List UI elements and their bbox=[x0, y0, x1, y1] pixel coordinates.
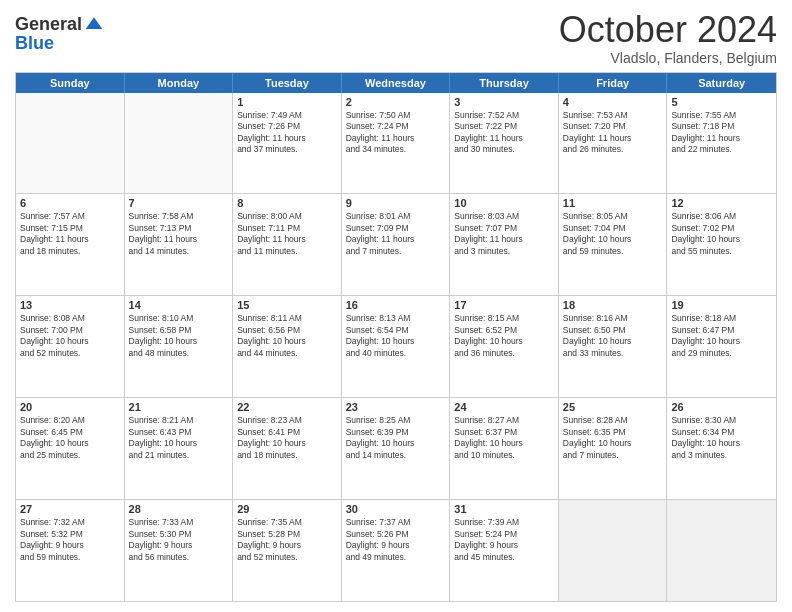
day-number: 3 bbox=[454, 96, 554, 108]
cell-content: Sunrise: 8:23 AM Sunset: 6:41 PM Dayligh… bbox=[237, 415, 337, 461]
day-number: 10 bbox=[454, 197, 554, 209]
cell-content: Sunrise: 7:39 AM Sunset: 5:24 PM Dayligh… bbox=[454, 517, 554, 563]
location: Vladslo, Flanders, Belgium bbox=[559, 50, 777, 66]
day-number: 24 bbox=[454, 401, 554, 413]
calendar-cell: 16Sunrise: 8:13 AM Sunset: 6:54 PM Dayli… bbox=[342, 296, 451, 397]
cell-content: Sunrise: 8:27 AM Sunset: 6:37 PM Dayligh… bbox=[454, 415, 554, 461]
day-number: 4 bbox=[563, 96, 663, 108]
cell-content: Sunrise: 8:15 AM Sunset: 6:52 PM Dayligh… bbox=[454, 313, 554, 359]
day-number: 13 bbox=[20, 299, 120, 311]
calendar-cell: 23Sunrise: 8:25 AM Sunset: 6:39 PM Dayli… bbox=[342, 398, 451, 499]
calendar-row-3: 20Sunrise: 8:20 AM Sunset: 6:45 PM Dayli… bbox=[16, 397, 776, 499]
day-number: 2 bbox=[346, 96, 446, 108]
cell-content: Sunrise: 7:33 AM Sunset: 5:30 PM Dayligh… bbox=[129, 517, 229, 563]
day-number: 12 bbox=[671, 197, 772, 209]
day-number: 28 bbox=[129, 503, 229, 515]
calendar-cell: 29Sunrise: 7:35 AM Sunset: 5:28 PM Dayli… bbox=[233, 500, 342, 601]
header-day-monday: Monday bbox=[125, 73, 234, 93]
cell-content: Sunrise: 8:20 AM Sunset: 6:45 PM Dayligh… bbox=[20, 415, 120, 461]
day-number: 6 bbox=[20, 197, 120, 209]
day-number: 15 bbox=[237, 299, 337, 311]
day-number: 29 bbox=[237, 503, 337, 515]
calendar-cell: 22Sunrise: 8:23 AM Sunset: 6:41 PM Dayli… bbox=[233, 398, 342, 499]
day-number: 23 bbox=[346, 401, 446, 413]
calendar-cell: 4Sunrise: 7:53 AM Sunset: 7:20 PM Daylig… bbox=[559, 93, 668, 194]
calendar-cell: 24Sunrise: 8:27 AM Sunset: 6:37 PM Dayli… bbox=[450, 398, 559, 499]
calendar-row-2: 13Sunrise: 8:08 AM Sunset: 7:00 PM Dayli… bbox=[16, 295, 776, 397]
day-number: 18 bbox=[563, 299, 663, 311]
day-number: 31 bbox=[454, 503, 554, 515]
cell-content: Sunrise: 8:11 AM Sunset: 6:56 PM Dayligh… bbox=[237, 313, 337, 359]
calendar: SundayMondayTuesdayWednesdayThursdayFrid… bbox=[15, 72, 777, 602]
cell-content: Sunrise: 7:32 AM Sunset: 5:32 PM Dayligh… bbox=[20, 517, 120, 563]
calendar-body: 1Sunrise: 7:49 AM Sunset: 7:26 PM Daylig… bbox=[16, 93, 776, 601]
page: General Blue October 2024 Vladslo, Fland… bbox=[0, 0, 792, 612]
day-number: 25 bbox=[563, 401, 663, 413]
month-title: October 2024 bbox=[559, 10, 777, 50]
header-day-friday: Friday bbox=[559, 73, 668, 93]
day-number: 7 bbox=[129, 197, 229, 209]
calendar-cell bbox=[667, 500, 776, 601]
day-number: 16 bbox=[346, 299, 446, 311]
cell-content: Sunrise: 7:35 AM Sunset: 5:28 PM Dayligh… bbox=[237, 517, 337, 563]
cell-content: Sunrise: 8:06 AM Sunset: 7:02 PM Dayligh… bbox=[671, 211, 772, 257]
logo-icon bbox=[84, 14, 104, 34]
calendar-cell: 31Sunrise: 7:39 AM Sunset: 5:24 PM Dayli… bbox=[450, 500, 559, 601]
cell-content: Sunrise: 7:37 AM Sunset: 5:26 PM Dayligh… bbox=[346, 517, 446, 563]
day-number: 11 bbox=[563, 197, 663, 209]
cell-content: Sunrise: 7:52 AM Sunset: 7:22 PM Dayligh… bbox=[454, 110, 554, 156]
calendar-header: SundayMondayTuesdayWednesdayThursdayFrid… bbox=[16, 73, 776, 93]
cell-content: Sunrise: 8:13 AM Sunset: 6:54 PM Dayligh… bbox=[346, 313, 446, 359]
day-number: 19 bbox=[671, 299, 772, 311]
day-number: 27 bbox=[20, 503, 120, 515]
calendar-cell: 11Sunrise: 8:05 AM Sunset: 7:04 PM Dayli… bbox=[559, 194, 668, 295]
header-day-wednesday: Wednesday bbox=[342, 73, 451, 93]
header: General Blue October 2024 Vladslo, Fland… bbox=[15, 10, 777, 66]
cell-content: Sunrise: 8:10 AM Sunset: 6:58 PM Dayligh… bbox=[129, 313, 229, 359]
header-day-tuesday: Tuesday bbox=[233, 73, 342, 93]
calendar-cell: 6Sunrise: 7:57 AM Sunset: 7:15 PM Daylig… bbox=[16, 194, 125, 295]
cell-content: Sunrise: 7:58 AM Sunset: 7:13 PM Dayligh… bbox=[129, 211, 229, 257]
cell-content: Sunrise: 7:55 AM Sunset: 7:18 PM Dayligh… bbox=[671, 110, 772, 156]
calendar-cell: 15Sunrise: 8:11 AM Sunset: 6:56 PM Dayli… bbox=[233, 296, 342, 397]
cell-content: Sunrise: 8:00 AM Sunset: 7:11 PM Dayligh… bbox=[237, 211, 337, 257]
calendar-cell: 27Sunrise: 7:32 AM Sunset: 5:32 PM Dayli… bbox=[16, 500, 125, 601]
calendar-cell: 28Sunrise: 7:33 AM Sunset: 5:30 PM Dayli… bbox=[125, 500, 234, 601]
day-number: 14 bbox=[129, 299, 229, 311]
day-number: 8 bbox=[237, 197, 337, 209]
calendar-cell: 26Sunrise: 8:30 AM Sunset: 6:34 PM Dayli… bbox=[667, 398, 776, 499]
cell-content: Sunrise: 8:03 AM Sunset: 7:07 PM Dayligh… bbox=[454, 211, 554, 257]
calendar-row-1: 6Sunrise: 7:57 AM Sunset: 7:15 PM Daylig… bbox=[16, 193, 776, 295]
calendar-cell: 18Sunrise: 8:16 AM Sunset: 6:50 PM Dayli… bbox=[559, 296, 668, 397]
calendar-cell: 12Sunrise: 8:06 AM Sunset: 7:02 PM Dayli… bbox=[667, 194, 776, 295]
day-number: 26 bbox=[671, 401, 772, 413]
cell-content: Sunrise: 7:57 AM Sunset: 7:15 PM Dayligh… bbox=[20, 211, 120, 257]
calendar-cell bbox=[125, 93, 234, 194]
cell-content: Sunrise: 8:18 AM Sunset: 6:47 PM Dayligh… bbox=[671, 313, 772, 359]
header-day-sunday: Sunday bbox=[16, 73, 125, 93]
calendar-cell: 10Sunrise: 8:03 AM Sunset: 7:07 PM Dayli… bbox=[450, 194, 559, 295]
calendar-row-4: 27Sunrise: 7:32 AM Sunset: 5:32 PM Dayli… bbox=[16, 499, 776, 601]
cell-content: Sunrise: 7:50 AM Sunset: 7:24 PM Dayligh… bbox=[346, 110, 446, 156]
day-number: 22 bbox=[237, 401, 337, 413]
calendar-cell: 25Sunrise: 8:28 AM Sunset: 6:35 PM Dayli… bbox=[559, 398, 668, 499]
svg-marker-0 bbox=[86, 17, 103, 29]
title-section: October 2024 Vladslo, Flanders, Belgium bbox=[559, 10, 777, 66]
calendar-row-0: 1Sunrise: 7:49 AM Sunset: 7:26 PM Daylig… bbox=[16, 93, 776, 194]
day-number: 17 bbox=[454, 299, 554, 311]
calendar-cell: 9Sunrise: 8:01 AM Sunset: 7:09 PM Daylig… bbox=[342, 194, 451, 295]
day-number: 21 bbox=[129, 401, 229, 413]
cell-content: Sunrise: 8:01 AM Sunset: 7:09 PM Dayligh… bbox=[346, 211, 446, 257]
day-number: 9 bbox=[346, 197, 446, 209]
calendar-cell: 1Sunrise: 7:49 AM Sunset: 7:26 PM Daylig… bbox=[233, 93, 342, 194]
calendar-cell: 2Sunrise: 7:50 AM Sunset: 7:24 PM Daylig… bbox=[342, 93, 451, 194]
header-day-thursday: Thursday bbox=[450, 73, 559, 93]
cell-content: Sunrise: 8:21 AM Sunset: 6:43 PM Dayligh… bbox=[129, 415, 229, 461]
calendar-cell bbox=[559, 500, 668, 601]
day-number: 20 bbox=[20, 401, 120, 413]
calendar-cell: 17Sunrise: 8:15 AM Sunset: 6:52 PM Dayli… bbox=[450, 296, 559, 397]
calendar-cell: 5Sunrise: 7:55 AM Sunset: 7:18 PM Daylig… bbox=[667, 93, 776, 194]
cell-content: Sunrise: 8:08 AM Sunset: 7:00 PM Dayligh… bbox=[20, 313, 120, 359]
cell-content: Sunrise: 7:49 AM Sunset: 7:26 PM Dayligh… bbox=[237, 110, 337, 156]
calendar-cell: 19Sunrise: 8:18 AM Sunset: 6:47 PM Dayli… bbox=[667, 296, 776, 397]
